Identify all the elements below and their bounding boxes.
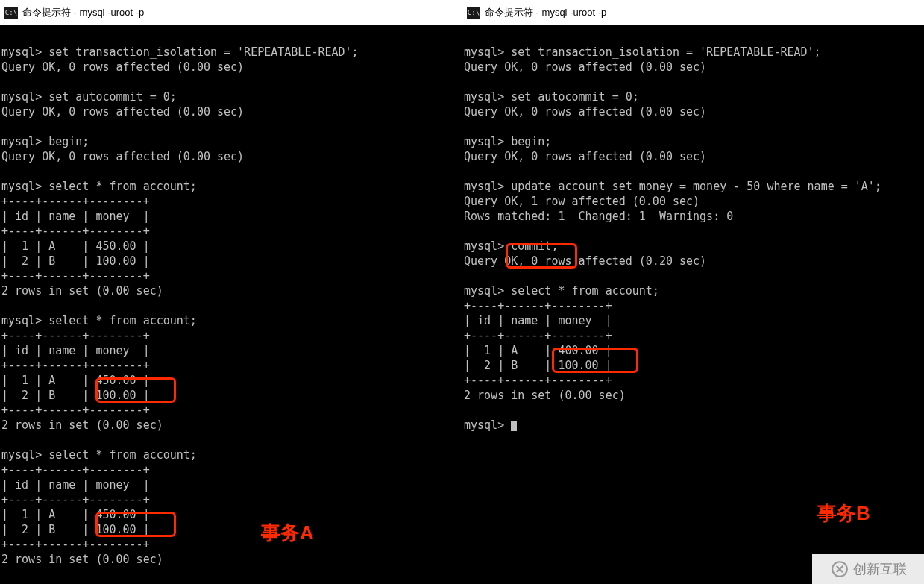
transaction-b-label: 事务B bbox=[817, 506, 870, 521]
logo-icon bbox=[829, 559, 850, 580]
term-line: | id | name | money | bbox=[1, 210, 150, 223]
term-line: | 1 | A | 450.00 | bbox=[1, 239, 150, 253]
watermark-text: 创新互联 bbox=[853, 560, 907, 578]
term-line: 2 rows in set (0.00 sec) bbox=[1, 418, 163, 432]
term-line: Query OK, 0 rows affected (0.00 sec) bbox=[1, 105, 244, 119]
highlight-400 bbox=[552, 348, 638, 373]
term-line: mysql> select * from account; bbox=[464, 284, 659, 298]
term-line: mysql> update account set money = money … bbox=[464, 180, 881, 193]
term-line: 2 rows in set (0.00 sec) bbox=[1, 553, 163, 566]
cmd-icon: C:\ bbox=[4, 7, 18, 19]
term-line: mysql> select * from account; bbox=[1, 448, 197, 462]
titlebar-a[interactable]: C:\ 命令提示符 - mysql -uroot -p bbox=[0, 0, 462, 25]
term-line: | id | name | money | bbox=[1, 478, 150, 492]
term-line: +----+------+--------+ bbox=[1, 463, 150, 477]
terminal-output-b[interactable]: mysql> set transaction_isolation = 'REPE… bbox=[462, 25, 924, 584]
watermark: 创新互联 bbox=[812, 554, 924, 584]
cursor-icon bbox=[511, 421, 517, 431]
transaction-a-label: 事务A bbox=[261, 525, 314, 540]
terminal-output-a[interactable]: mysql> set transaction_isolation = 'REPE… bbox=[0, 25, 462, 584]
term-line: +----+------+--------+ bbox=[1, 359, 150, 372]
term-line: +----+------+--------+ bbox=[1, 269, 150, 283]
term-line: Query OK, 1 row affected (0.00 sec) bbox=[464, 195, 700, 208]
terminal-pane-b: C:\ 命令提示符 - mysql -uroot -p mysql> set t… bbox=[462, 0, 924, 584]
term-line: 2 rows in set (0.00 sec) bbox=[464, 389, 626, 402]
term-line: 2 rows in set (0.00 sec) bbox=[1, 284, 163, 298]
split-view: C:\ 命令提示符 - mysql -uroot -p mysql> set t… bbox=[0, 0, 924, 584]
term-line: | id | name | money | bbox=[464, 314, 612, 327]
term-line: mysql> set transaction_isolation = 'REPE… bbox=[1, 45, 359, 59]
term-line: mysql> select * from account; bbox=[1, 314, 197, 327]
terminal-pane-a: C:\ 命令提示符 - mysql -uroot -p mysql> set t… bbox=[0, 0, 462, 584]
term-line: mysql> set autocommit = 0; bbox=[1, 90, 177, 104]
term-line: Query OK, 0 rows affected (0.00 sec) bbox=[464, 105, 706, 119]
term-line: Query OK, 0 rows affected (0.00 sec) bbox=[1, 150, 244, 163]
term-line: mysql> set autocommit = 0; bbox=[464, 90, 639, 104]
term-line: Query OK, 0 rows affected (0.00 sec) bbox=[464, 150, 706, 163]
term-line: +----+------+--------+ bbox=[1, 538, 150, 551]
highlight-commit bbox=[506, 243, 577, 269]
term-line: +----+------+--------+ bbox=[1, 329, 150, 342]
term-line: +----+------+--------+ bbox=[464, 329, 612, 342]
titlebar-b[interactable]: C:\ 命令提示符 - mysql -uroot -p bbox=[462, 0, 924, 25]
bottom-black-bar bbox=[812, 538, 924, 554]
term-line: mysql> set transaction_isolation = 'REPE… bbox=[464, 45, 821, 59]
term-line: +----+------+--------+ bbox=[1, 225, 150, 238]
term-line: +----+------+--------+ bbox=[1, 195, 150, 208]
highlight-450-third bbox=[95, 512, 176, 537]
term-line: mysql> select * from account; bbox=[1, 180, 197, 193]
highlight-450-second bbox=[95, 377, 176, 403]
term-line: mysql> begin; bbox=[464, 135, 551, 148]
term-line: +----+------+--------+ bbox=[1, 493, 150, 506]
term-line: | id | name | money | bbox=[1, 344, 150, 357]
term-line: Query OK, 0 rows affected (0.20 sec) bbox=[464, 254, 706, 268]
window-title: 命令提示符 - mysql -uroot -p bbox=[22, 6, 144, 19]
term-line: mysql> bbox=[464, 418, 511, 432]
term-line: Query OK, 0 rows affected (0.00 sec) bbox=[1, 60, 244, 74]
term-line: +----+------+--------+ bbox=[464, 374, 612, 387]
term-line: +----+------+--------+ bbox=[1, 404, 150, 417]
window-title: 命令提示符 - mysql -uroot -p bbox=[485, 6, 606, 19]
cmd-icon: C:\ bbox=[467, 7, 480, 19]
term-line: Query OK, 0 rows affected (0.00 sec) bbox=[464, 60, 706, 74]
term-line: mysql> begin; bbox=[1, 135, 89, 148]
term-line: | 2 | B | 100.00 | bbox=[1, 254, 150, 268]
term-line: Rows matched: 1 Changed: 1 Warnings: 0 bbox=[464, 210, 733, 223]
term-line: +----+------+--------+ bbox=[464, 299, 612, 313]
